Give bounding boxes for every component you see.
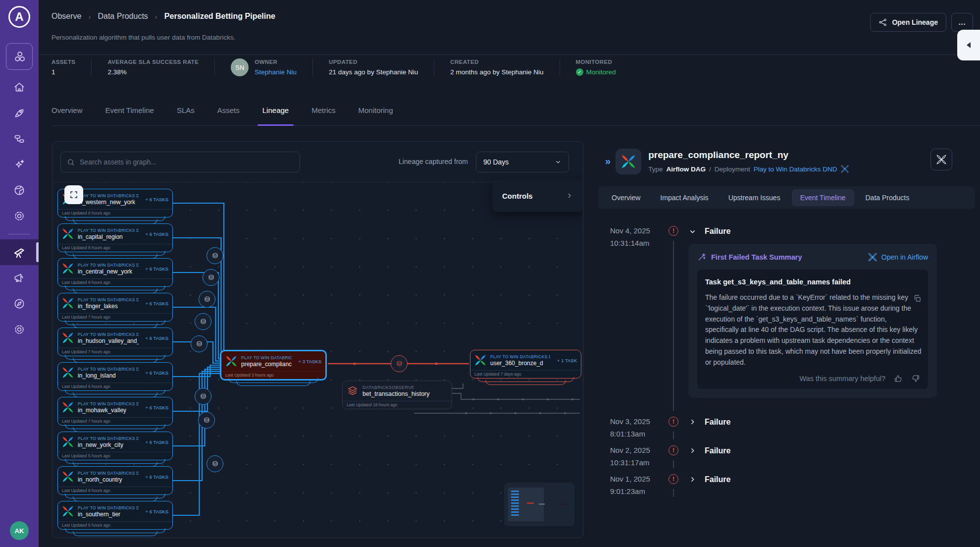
- sidebar-item-sparkles[interactable]: [0, 152, 39, 177]
- open-lineage-button[interactable]: Open Lineage: [870, 13, 946, 32]
- edge-group-node[interactable]: [203, 269, 219, 286]
- lineage-window-select[interactable]: 90 Days: [476, 152, 569, 172]
- tab-assets[interactable]: Assets: [217, 103, 240, 125]
- tab-overview[interactable]: Overview: [52, 103, 83, 125]
- graph-search-input[interactable]: [80, 158, 294, 166]
- event-status-row[interactable]: Failure: [688, 418, 980, 427]
- event-status-row[interactable]: Failure: [688, 227, 980, 236]
- airflow-icon: [62, 263, 74, 274]
- task-count-badge: + 3 TASKS: [296, 359, 321, 364]
- breadcrumb-observe[interactable]: Observe: [52, 12, 81, 21]
- graph-node-user_360_bronze_d[interactable]: PLAY TO WIN DATABRICKS DNDuser_360_bronz…: [470, 350, 581, 379]
- stat-created: CREATED2 months ago by Stephanie Niu: [450, 59, 560, 76]
- sidebar-item-megaphone[interactable]: [0, 265, 39, 291]
- thumbs-up-icon: [894, 374, 903, 383]
- breadcrumb-data-products[interactable]: Data Products: [98, 12, 148, 21]
- airflow-icon: [62, 471, 74, 483]
- airflow-link-icon: [841, 165, 849, 173]
- error-icon: !: [669, 474, 678, 484]
- last-updated: Last Updated 18 hours ago: [343, 401, 452, 409]
- breadcrumb: Observe › Data Products › Personalized B…: [52, 12, 275, 21]
- edge-group-node[interactable]: [206, 455, 223, 472]
- airflow-outline-icon: [936, 155, 946, 164]
- sidebar-item-telescope[interactable]: [0, 239, 39, 265]
- graph-node-in_southern_tier[interactable]: PLAY TO WIN DATABRICKS DNDin_southern_ti…: [57, 501, 173, 530]
- detail-tab-data-products[interactable]: Data Products: [857, 189, 918, 206]
- breadcrumb-separator-icon: ›: [155, 12, 157, 21]
- edge-group-node[interactable]: [206, 247, 223, 264]
- edge-group-node[interactable]: [195, 388, 211, 405]
- sidebar-item-flow[interactable]: [0, 126, 39, 152]
- graph-node-in_long_island[interactable]: PLAY TO WIN DATABRICKS DNDin_long_island…: [57, 362, 173, 391]
- edge-group-node[interactable]: [195, 313, 211, 330]
- task-count-badge: + 6 TASKS: [143, 197, 168, 202]
- type-label: Type: [648, 165, 663, 173]
- tab-monitoring[interactable]: Monitoring: [359, 103, 393, 125]
- graph-controls-button[interactable]: Controls: [492, 179, 583, 212]
- event-timeline: Nov 4, 202510:31:14am!Failure First Fail…: [598, 227, 980, 504]
- event-status-row[interactable]: Failure: [688, 475, 980, 484]
- sidebar-item-compass[interactable]: [0, 291, 39, 317]
- detail-collapse-button[interactable]: »: [605, 156, 610, 167]
- asset-title: prepare_compliance_report_ny: [648, 150, 930, 161]
- thumbs-down-button[interactable]: [911, 374, 920, 383]
- stat-monitored: MONITORED✓Monitored: [576, 59, 632, 76]
- timeline-connector: [673, 489, 674, 497]
- gear-icon: [13, 210, 26, 222]
- task-count-badge: + 6 TASKS: [143, 301, 168, 306]
- graph-fullscreen-button[interactable]: [64, 185, 83, 204]
- deployment-link[interactable]: Play to Win Databricks DND: [754, 165, 837, 173]
- graph-node-in_finger_lakes[interactable]: PLAY TO WIN DATABRICKS DNDin_finger_lake…: [57, 293, 173, 322]
- chevron-right-icon: [688, 475, 697, 484]
- airflow-pin-button[interactable]: [930, 149, 952, 170]
- db-icon: [211, 460, 219, 468]
- edge-group-node[interactable]: [199, 291, 215, 308]
- stats-row: ASSETS1AVERAGE SLA SUCCESS RATE2.38%SNOW…: [52, 58, 648, 76]
- thumbs-up-button[interactable]: [894, 374, 903, 383]
- graph-minimap[interactable]: [504, 483, 574, 526]
- sidebar-item-gear[interactable]: [0, 317, 39, 342]
- timeline-connector: [673, 432, 674, 439]
- tab-slas[interactable]: SLAs: [177, 103, 195, 125]
- graph-search-box[interactable]: [60, 152, 300, 172]
- tab-lineage[interactable]: Lineage: [262, 103, 289, 125]
- stat-value: 2.38%: [107, 68, 199, 76]
- graph-node-in_hudson_valley_and_cats[interactable]: PLAY TO WIN DATABRICKS DNDin_hudson_vall…: [57, 328, 173, 356]
- graph-node-in_central_new_york[interactable]: PLAY TO WIN DATABRICKS DNDin_central_new…: [57, 258, 173, 287]
- detail-tab-impact-analysis[interactable]: Impact Analysis: [652, 189, 717, 206]
- error-icon: !: [669, 445, 678, 455]
- more-actions-button[interactable]: ...: [951, 13, 973, 32]
- sidebar-item-cubes[interactable]: [0, 39, 39, 74]
- graph-node-in_new_york_city[interactable]: PLAY TO WIN DATABRICKS DNDin_new_york_ci…: [57, 432, 173, 460]
- feedback-question: Was this summary helpful?: [799, 375, 885, 383]
- panel-collapse-handle[interactable]: [957, 30, 980, 60]
- graph-node-in_capital_region[interactable]: PLAY TO WIN DATABRICKS DNDin_capital_reg…: [57, 223, 173, 252]
- page-subtitle: Personalization algorithm that pulls use…: [52, 34, 235, 41]
- detail-tab-event-timeline[interactable]: Event Timeline: [792, 189, 854, 206]
- lineage-graph-panel: Lineage captured from 90 Days Controls P…: [52, 141, 583, 538]
- user-avatar[interactable]: AK: [10, 521, 29, 540]
- detail-tab-overview[interactable]: Overview: [603, 189, 649, 206]
- sidebar-item-home[interactable]: [0, 74, 39, 100]
- open-in-airflow-link[interactable]: Open in Airflow: [868, 253, 928, 262]
- edge-group-node[interactable]: [191, 335, 207, 352]
- db-icon: [200, 318, 207, 326]
- copy-button[interactable]: [913, 294, 922, 303]
- stat-value[interactable]: Stephanie Niu: [255, 68, 297, 76]
- detail-tab-upstream-issues[interactable]: Upstream Issues: [720, 189, 789, 206]
- edge-group-node-error[interactable]: [391, 355, 408, 372]
- graph-node-in_mohawk_valley[interactable]: PLAY TO WIN DATABRICKS DNDin_mohawk_vall…: [57, 397, 173, 426]
- event-status-row[interactable]: Failure: [688, 446, 980, 455]
- page-title: Personalized Betting Pipeline: [164, 12, 275, 21]
- graph-node-bet_transactions_history[interactable]: DATABRICKSOBSERVEbet_transactions_histor…: [342, 381, 452, 409]
- cubes-icon: [13, 50, 26, 63]
- edge-group-node[interactable]: [198, 412, 215, 429]
- task-count-badge: + 6 TASKS: [143, 266, 168, 272]
- tab-metrics[interactable]: Metrics: [311, 103, 335, 125]
- sidebar-item-globe[interactable]: [0, 177, 39, 203]
- sidebar-item-gear[interactable]: [0, 203, 39, 229]
- tab-event-timeline[interactable]: Event Timeline: [105, 103, 154, 125]
- graph-node-in_north_country[interactable]: PLAY TO WIN DATABRICKS DNDin_north_count…: [57, 466, 173, 495]
- graph-node-prepare_compliance_repo[interactable]: PLAY TO WIN DATABRICKS DNDprepare_compli…: [220, 350, 327, 381]
- sidebar-item-rocket[interactable]: [0, 100, 39, 126]
